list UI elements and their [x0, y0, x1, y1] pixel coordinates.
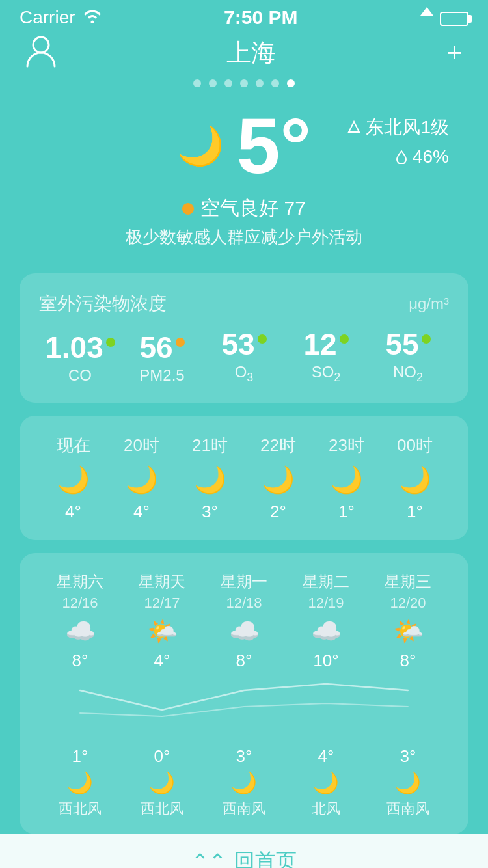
no2-dot [422, 334, 431, 344]
week-item-4: 星期三 12/20 🌤️ 8° [367, 571, 449, 671]
pollution-title: 室外污染物浓度 [39, 292, 167, 316]
page-dot-1[interactable] [193, 79, 201, 87]
add-button[interactable]: + [447, 38, 462, 68]
week-item-0: 星期六 12/16 ☁️ 8° [39, 571, 121, 671]
svg-point-0 [33, 37, 49, 53]
page-dot-4[interactable] [240, 79, 248, 87]
weekly-top-grid: 星期六 12/16 ☁️ 8° 星期天 12/17 🌤️ 4° 星期一 12/1… [39, 571, 449, 671]
aqi-label: 空气良好 77 [200, 195, 306, 222]
week-bottom-0: 1° 🌙 西北风 [39, 746, 121, 819]
home-label: 回首页 [234, 847, 297, 868]
weekly-bottom-grid: 1° 🌙 西北风 0° 🌙 西北风 3° 🌙 西南风 4° 🌙 北风 3° 🌙 … [39, 736, 449, 834]
aqi-advice: 极少数敏感人群应减少户外活动 [126, 226, 362, 249]
week-bottom-3: 4° 🌙 北风 [285, 746, 367, 819]
week-bottom-1: 0° 🌙 西北风 [121, 746, 203, 819]
hour-item-2: 21时 🌙 3° [176, 434, 244, 522]
hourly-card: 现在 🌙 4° 20时 🌙 4° 21时 🌙 3° 22时 🌙 2° 23时 🌙… [20, 416, 468, 540]
page-dots [0, 79, 488, 87]
page-dot-7[interactable] [287, 79, 295, 87]
humidity-label: 46% [413, 142, 449, 172]
weather-icon: 🌙 [177, 124, 224, 168]
main-weather: 🌙 5° 东北风1级 46% 空气良好 77 极少数敏感人群应减少户外活动 [0, 94, 488, 260]
temperature-chart [39, 677, 449, 729]
home-button[interactable]: ⌃⌃ 回首页 [0, 847, 488, 868]
poll-item-co: 1.03 CO [39, 332, 121, 385]
temperature: 5° [237, 107, 312, 185]
pollution-grid: 1.03 CO 56 PM2.5 53 O3 12 SO2 [39, 329, 449, 385]
co-dot [106, 338, 115, 347]
hour-item-4: 23时 🌙 1° [312, 434, 381, 522]
pollution-card: 室外污染物浓度 μg/m³ 1.03 CO 56 PM2.5 53 O3 [20, 273, 468, 403]
page-dot-2[interactable] [209, 79, 217, 87]
status-right [420, 7, 468, 29]
poll-item-so2: 12 SO2 [285, 329, 367, 385]
city-title: 上海 [226, 36, 276, 70]
o3-dot [258, 334, 267, 344]
hour-item-1: 20时 🌙 4° [107, 434, 176, 522]
so2-dot [340, 334, 349, 344]
week-bottom-4: 3° 🌙 西南风 [367, 746, 449, 819]
week-item-3: 星期二 12/19 ☁️ 10° [285, 571, 367, 671]
poll-item-o3: 53 O3 [203, 329, 285, 385]
battery-icon [440, 7, 468, 28]
wind-info: 东北风1级 46% [347, 113, 449, 172]
week-item-2: 星期一 12/18 ☁️ 8° [203, 571, 285, 671]
week-bottom-2: 3° 🌙 西南风 [203, 746, 285, 819]
weekly-card: 星期六 12/16 ☁️ 8° 星期天 12/17 🌤️ 4° 星期一 12/1… [20, 553, 468, 834]
status-bar: Carrier 7:50 PM [0, 0, 488, 29]
carrier-label: Carrier [20, 7, 75, 28]
hour-item-5: 00时 🌙 1° [381, 434, 449, 522]
hour-item-0: 现在 🌙 4° [39, 434, 107, 522]
page-dot-6[interactable] [271, 79, 279, 87]
page-dot-3[interactable] [224, 79, 232, 87]
poll-item-pm25: 56 PM2.5 [121, 332, 203, 385]
status-time: 7:50 PM [224, 7, 297, 29]
aqi-dot [182, 203, 194, 215]
page-dot-5[interactable] [256, 79, 264, 87]
wifi-icon [83, 7, 102, 28]
pm25-dot [176, 338, 185, 347]
temp-row: 🌙 5° 东北风1级 46% [0, 107, 488, 185]
wind-label: 东北风1级 [366, 113, 449, 142]
header: 上海 + [0, 29, 488, 77]
hour-item-3: 22时 🌙 2° [244, 434, 312, 522]
footer: ⌃⌃ 回首页 [0, 834, 488, 868]
pollution-header: 室外污染物浓度 μg/m³ [39, 292, 449, 316]
chevron-double-up-icon: ⌃⌃ [191, 849, 226, 868]
poll-item-no2: 55 NO2 [367, 329, 449, 385]
pollution-unit: μg/m³ [409, 295, 449, 313]
status-left: Carrier [20, 7, 102, 28]
user-icon[interactable] [26, 35, 56, 70]
location-icon [420, 7, 433, 29]
hourly-grid: 现在 🌙 4° 20时 🌙 4° 21时 🌙 3° 22时 🌙 2° 23时 🌙… [39, 434, 449, 522]
week-item-1: 星期天 12/17 🌤️ 4° [121, 571, 203, 671]
aqi-section: 空气良好 77 极少数敏感人群应减少户外活动 [126, 195, 362, 249]
